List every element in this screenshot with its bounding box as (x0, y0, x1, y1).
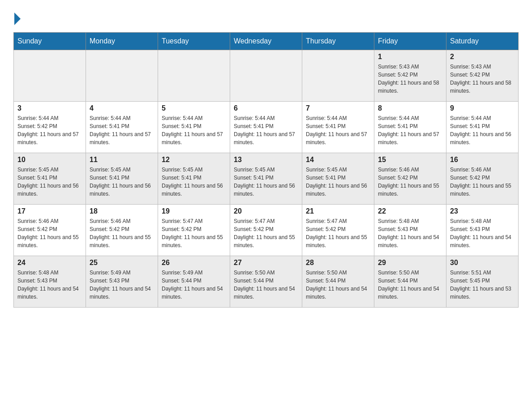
calendar-day-cell (158, 50, 230, 102)
day-info: Sunrise: 5:47 AMSunset: 5:42 PMDaylight:… (234, 217, 298, 249)
calendar-day-cell (230, 50, 302, 102)
day-number: 16 (450, 156, 515, 164)
day-number: 6 (234, 104, 298, 112)
calendar-day-cell: 27Sunrise: 5:50 AMSunset: 5:44 PMDayligh… (230, 256, 302, 308)
day-number: 25 (90, 259, 154, 267)
day-info: Sunrise: 5:44 AMSunset: 5:41 PMDaylight:… (90, 114, 154, 146)
calendar-week-row: 3Sunrise: 5:44 AMSunset: 5:42 PMDaylight… (14, 102, 519, 153)
day-info: Sunrise: 5:44 AMSunset: 5:41 PMDaylight:… (234, 114, 298, 146)
calendar-week-row: 1Sunrise: 5:43 AMSunset: 5:42 PMDaylight… (14, 50, 519, 102)
calendar-day-cell: 18Sunrise: 5:46 AMSunset: 5:42 PMDayligh… (86, 205, 158, 256)
calendar-day-cell: 29Sunrise: 5:50 AMSunset: 5:44 PMDayligh… (374, 256, 446, 308)
day-number: 21 (306, 207, 370, 215)
weekday-header-thursday: Thursday (302, 33, 374, 50)
calendar-day-cell: 19Sunrise: 5:47 AMSunset: 5:42 PMDayligh… (158, 205, 230, 256)
day-number: 30 (450, 259, 515, 267)
day-info: Sunrise: 5:45 AMSunset: 5:41 PMDaylight:… (17, 166, 82, 198)
day-info: Sunrise: 5:45 AMSunset: 5:41 PMDaylight:… (234, 166, 298, 198)
calendar-header-row: SundayMondayTuesdayWednesdayThursdayFrid… (14, 33, 519, 50)
day-number: 18 (90, 207, 154, 215)
day-number: 5 (162, 104, 226, 112)
day-info: Sunrise: 5:47 AMSunset: 5:42 PMDaylight:… (162, 217, 226, 249)
calendar-day-cell: 20Sunrise: 5:47 AMSunset: 5:42 PMDayligh… (230, 205, 302, 256)
day-number: 22 (378, 207, 442, 215)
calendar-day-cell: 2Sunrise: 5:43 AMSunset: 5:42 PMDaylight… (446, 50, 519, 102)
day-number: 15 (378, 156, 442, 164)
day-info: Sunrise: 5:46 AMSunset: 5:42 PMDaylight:… (90, 217, 154, 249)
calendar-day-cell: 10Sunrise: 5:45 AMSunset: 5:41 PMDayligh… (14, 153, 86, 205)
weekday-header-sunday: Sunday (14, 33, 86, 50)
day-number: 28 (306, 259, 370, 267)
weekday-header-tuesday: Tuesday (158, 33, 230, 50)
day-info: Sunrise: 5:46 AMSunset: 5:42 PMDaylight:… (378, 166, 442, 198)
calendar-day-cell: 11Sunrise: 5:45 AMSunset: 5:41 PMDayligh… (86, 153, 158, 205)
day-info: Sunrise: 5:44 AMSunset: 5:41 PMDaylight:… (306, 114, 370, 146)
logo-triangle-icon (14, 13, 21, 25)
day-info: Sunrise: 5:47 AMSunset: 5:42 PMDaylight:… (306, 217, 370, 249)
calendar-day-cell: 17Sunrise: 5:46 AMSunset: 5:42 PMDayligh… (14, 205, 86, 256)
weekday-header-monday: Monday (86, 33, 158, 50)
calendar-day-cell: 21Sunrise: 5:47 AMSunset: 5:42 PMDayligh… (302, 205, 374, 256)
calendar-day-cell (302, 50, 374, 102)
day-info: Sunrise: 5:48 AMSunset: 5:43 PMDaylight:… (378, 217, 442, 249)
calendar-day-cell: 4Sunrise: 5:44 AMSunset: 5:41 PMDaylight… (86, 102, 158, 153)
day-number: 23 (450, 207, 515, 215)
calendar-day-cell: 13Sunrise: 5:45 AMSunset: 5:41 PMDayligh… (230, 153, 302, 205)
day-number: 17 (17, 207, 82, 215)
day-number: 27 (234, 259, 298, 267)
day-number: 11 (90, 156, 154, 164)
day-info: Sunrise: 5:44 AMSunset: 5:41 PMDaylight:… (378, 114, 442, 146)
calendar-week-row: 10Sunrise: 5:45 AMSunset: 5:41 PMDayligh… (14, 153, 519, 205)
day-number: 9 (450, 104, 515, 112)
calendar-day-cell: 30Sunrise: 5:51 AMSunset: 5:45 PMDayligh… (446, 256, 519, 308)
calendar-day-cell: 14Sunrise: 5:45 AMSunset: 5:41 PMDayligh… (302, 153, 374, 205)
day-info: Sunrise: 5:44 AMSunset: 5:41 PMDaylight:… (162, 114, 226, 146)
day-info: Sunrise: 5:43 AMSunset: 5:42 PMDaylight:… (450, 63, 515, 95)
calendar-day-cell: 3Sunrise: 5:44 AMSunset: 5:42 PMDaylight… (14, 102, 86, 153)
calendar-week-row: 17Sunrise: 5:46 AMSunset: 5:42 PMDayligh… (14, 205, 519, 256)
day-info: Sunrise: 5:46 AMSunset: 5:42 PMDaylight:… (450, 166, 515, 198)
calendar-day-cell: 7Sunrise: 5:44 AMSunset: 5:41 PMDaylight… (302, 102, 374, 153)
weekday-header-saturday: Saturday (446, 33, 519, 50)
day-number: 1 (378, 53, 442, 61)
day-info: Sunrise: 5:44 AMSunset: 5:42 PMDaylight:… (17, 114, 82, 146)
weekday-header-friday: Friday (374, 33, 446, 50)
day-info: Sunrise: 5:45 AMSunset: 5:41 PMDaylight:… (90, 166, 154, 198)
calendar-day-cell: 25Sunrise: 5:49 AMSunset: 5:43 PMDayligh… (86, 256, 158, 308)
day-number: 26 (162, 259, 226, 267)
day-info: Sunrise: 5:48 AMSunset: 5:43 PMDaylight:… (450, 217, 515, 249)
day-info: Sunrise: 5:50 AMSunset: 5:44 PMDaylight:… (306, 269, 370, 301)
calendar-day-cell: 26Sunrise: 5:49 AMSunset: 5:44 PMDayligh… (158, 256, 230, 308)
day-number: 7 (306, 104, 370, 112)
calendar-day-cell: 23Sunrise: 5:48 AMSunset: 5:43 PMDayligh… (446, 205, 519, 256)
calendar-day-cell: 24Sunrise: 5:48 AMSunset: 5:43 PMDayligh… (14, 256, 86, 308)
calendar-table: SundayMondayTuesdayWednesdayThursdayFrid… (13, 32, 519, 308)
day-number: 10 (17, 156, 82, 164)
calendar-day-cell: 8Sunrise: 5:44 AMSunset: 5:41 PMDaylight… (374, 102, 446, 153)
day-info: Sunrise: 5:43 AMSunset: 5:42 PMDaylight:… (378, 63, 442, 95)
calendar-day-cell: 5Sunrise: 5:44 AMSunset: 5:41 PMDaylight… (158, 102, 230, 153)
calendar-day-cell: 15Sunrise: 5:46 AMSunset: 5:42 PMDayligh… (374, 153, 446, 205)
day-info: Sunrise: 5:48 AMSunset: 5:43 PMDaylight:… (17, 269, 82, 301)
day-info: Sunrise: 5:45 AMSunset: 5:41 PMDaylight:… (306, 166, 370, 198)
day-number: 20 (234, 207, 298, 215)
day-info: Sunrise: 5:45 AMSunset: 5:41 PMDaylight:… (162, 166, 226, 198)
calendar-day-cell (86, 50, 158, 102)
day-info: Sunrise: 5:44 AMSunset: 5:41 PMDaylight:… (450, 114, 515, 146)
calendar-day-cell: 9Sunrise: 5:44 AMSunset: 5:41 PMDaylight… (446, 102, 519, 153)
day-number: 8 (378, 104, 442, 112)
page-header (13, 9, 519, 23)
calendar-day-cell: 22Sunrise: 5:48 AMSunset: 5:43 PMDayligh… (374, 205, 446, 256)
day-info: Sunrise: 5:51 AMSunset: 5:45 PMDaylight:… (450, 269, 515, 301)
day-info: Sunrise: 5:49 AMSunset: 5:43 PMDaylight:… (90, 269, 154, 301)
calendar-day-cell: 1Sunrise: 5:43 AMSunset: 5:42 PMDaylight… (374, 50, 446, 102)
calendar-day-cell: 28Sunrise: 5:50 AMSunset: 5:44 PMDayligh… (302, 256, 374, 308)
day-number: 2 (450, 53, 515, 61)
day-number: 13 (234, 156, 298, 164)
calendar-day-cell: 12Sunrise: 5:45 AMSunset: 5:41 PMDayligh… (158, 153, 230, 205)
day-info: Sunrise: 5:46 AMSunset: 5:42 PMDaylight:… (17, 217, 82, 249)
day-number: 14 (306, 156, 370, 164)
calendar-day-cell: 16Sunrise: 5:46 AMSunset: 5:42 PMDayligh… (446, 153, 519, 205)
calendar-day-cell: 6Sunrise: 5:44 AMSunset: 5:41 PMDaylight… (230, 102, 302, 153)
calendar-week-row: 24Sunrise: 5:48 AMSunset: 5:43 PMDayligh… (14, 256, 519, 308)
